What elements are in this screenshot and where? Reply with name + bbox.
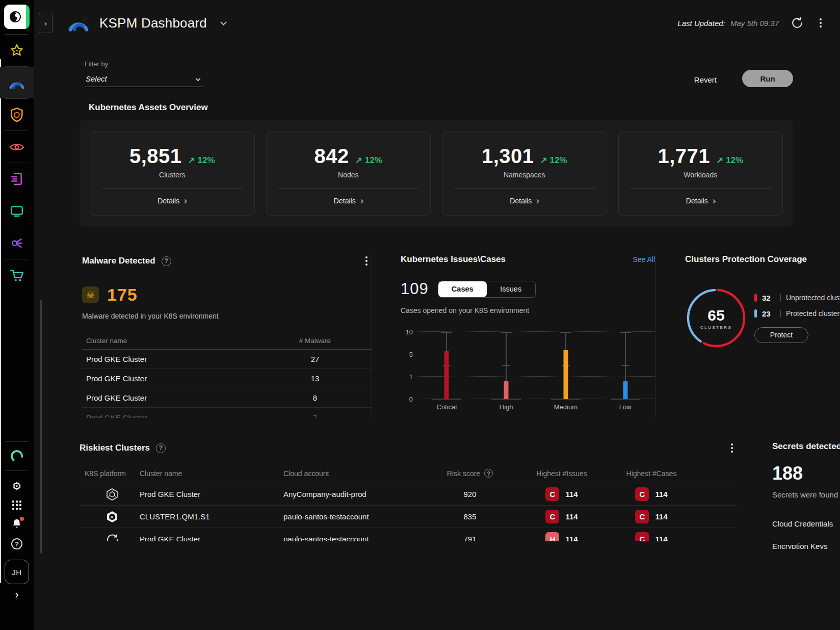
secret-type-row[interactable]: Cloud Credentials bbox=[772, 512, 840, 535]
tab-issues[interactable]: Issues bbox=[487, 281, 535, 297]
secret-type-row[interactable]: Encryption Keys bbox=[772, 535, 840, 549]
kubernetes-platform-icon: K bbox=[106, 510, 119, 523]
riskiest-kebab-menu[interactable] bbox=[727, 441, 737, 455]
help-icon[interactable]: ? bbox=[162, 256, 171, 266]
asset-value: 5,851 bbox=[129, 145, 182, 168]
chevron-right-icon bbox=[359, 199, 363, 203]
column-header-malware-count: # Malware bbox=[277, 337, 353, 345]
chart-y-axis: 01510 bbox=[401, 332, 417, 399]
help-icon[interactable]: ? bbox=[484, 469, 493, 478]
revert-button[interactable]: Revert bbox=[692, 72, 719, 87]
run-button[interactable]: Run bbox=[742, 70, 793, 87]
last-updated-label: Last Updated: bbox=[677, 19, 725, 28]
table-row[interactable]: Prod GKE Cluster 13 bbox=[82, 369, 372, 388]
y-axis-tick-label: 5 bbox=[409, 351, 413, 358]
collapse-sidebar-button[interactable]: › bbox=[39, 13, 52, 33]
sidebar-item-reports[interactable] bbox=[0, 163, 34, 195]
issues-cases-panel: Kubernetes Issues\Cases See All 109 Case… bbox=[386, 254, 655, 418]
scrollbar-thumb[interactable] bbox=[40, 300, 42, 554]
main-content: › KSPM Dashboard Last Updated: May 5th 0… bbox=[34, 0, 840, 630]
asset-delta: ↗ 12% bbox=[540, 155, 567, 166]
filter-select[interactable]: Select bbox=[85, 72, 203, 87]
sidebar-item-visibility[interactable] bbox=[0, 131, 34, 163]
asset-delta: ↗ 12% bbox=[716, 155, 743, 166]
details-link[interactable]: Details bbox=[158, 197, 187, 205]
sidebar-item-help[interactable]: ? bbox=[0, 534, 34, 554]
secrets-title: Secrets detected in Clusters bbox=[772, 441, 840, 451]
malware-title: Malware Detected bbox=[82, 256, 155, 266]
table-row[interactable]: Prod GKE Cluster paulo-santos-testaccoun… bbox=[80, 528, 737, 541]
sidebar-item-connections[interactable] bbox=[0, 227, 34, 259]
sidebar-item-kspm-dashboard[interactable] bbox=[0, 67, 34, 98]
chevron-right-icon bbox=[711, 199, 715, 203]
see-all-link[interactable]: See All bbox=[633, 255, 655, 264]
details-link[interactable]: Details bbox=[334, 197, 363, 205]
sidebar-item-marketplace[interactable] bbox=[0, 259, 34, 291]
sidebar-item-endpoints[interactable] bbox=[0, 195, 34, 227]
whisker-cap bbox=[501, 332, 512, 333]
sidebar-expand-button[interactable]: › bbox=[15, 589, 18, 600]
severity-badge: C bbox=[545, 487, 559, 501]
sidebar-item-integrations[interactable] bbox=[0, 442, 34, 470]
protect-button[interactable]: Protect bbox=[754, 327, 808, 343]
kebab-icon bbox=[731, 443, 733, 445]
page-title: KSPM Dashboard bbox=[99, 15, 207, 31]
filter-bar: Filter by Select Revert Run bbox=[34, 60, 840, 87]
chevron-right-icon bbox=[535, 199, 539, 203]
severity-badge: C bbox=[545, 510, 559, 523]
topbar-kebab-menu[interactable] bbox=[816, 16, 826, 30]
malware-detected-panel: Malware Detected ? ☠ 175 Malware detecte… bbox=[82, 254, 372, 418]
tab-cases[interactable]: Cases bbox=[438, 281, 487, 297]
column-header-account: Cloud account bbox=[283, 469, 427, 478]
risk-score: 835 bbox=[427, 512, 513, 521]
asset-label: Clusters bbox=[159, 171, 185, 179]
table-row[interactable]: Prod GKE Cluster 8 bbox=[82, 388, 372, 408]
malware-subtitle: Malware detected in your K8S environment bbox=[82, 312, 372, 320]
legend-swatch bbox=[754, 294, 757, 302]
details-link[interactable]: Details bbox=[686, 197, 715, 205]
y-axis-tick-label: 10 bbox=[406, 328, 413, 336]
divider bbox=[5, 470, 29, 471]
donut-total-label: CLUSTERS bbox=[700, 325, 732, 330]
malware-kebab-menu[interactable] bbox=[361, 254, 372, 268]
column-header-cluster: Cluster name bbox=[140, 469, 283, 478]
sidebar-item-notifications[interactable] bbox=[0, 515, 34, 534]
eye-icon bbox=[9, 140, 25, 153]
shield-icon bbox=[10, 107, 24, 122]
trend-up-icon: ↗ bbox=[355, 155, 362, 165]
category-label: Critical bbox=[437, 403, 457, 411]
asset-card-clusters: 5,851 ↗ 12% Clusters Details bbox=[90, 131, 255, 216]
table-row[interactable]: K CLUSTER1.QM1.S1 paulo-santos-testaccou… bbox=[80, 506, 737, 528]
sidebar-item-apps[interactable] bbox=[0, 495, 34, 515]
table-row[interactable]: Prod GKE Cluster 27 bbox=[82, 350, 372, 369]
highest-issues: C 114 bbox=[513, 487, 611, 501]
last-updated: Last Updated: May 5th 09:37 bbox=[677, 19, 779, 28]
y-axis-tick-label: 1 bbox=[409, 373, 413, 381]
app-logo[interactable] bbox=[4, 5, 30, 29]
last-updated-value: May 5th 09:37 bbox=[730, 19, 779, 28]
kebab-icon bbox=[365, 256, 368, 258]
table-row[interactable]: Prod GKE Cluster AnyCompany-audit-prod 9… bbox=[80, 483, 737, 506]
logo-icon bbox=[8, 9, 23, 24]
column-header-issues: Highest #Issues bbox=[513, 469, 611, 478]
asset-delta: ↗ 12% bbox=[355, 155, 382, 166]
sidebar-item-protection[interactable] bbox=[0, 99, 34, 130]
asset-card-workloads: 1,771 ↗ 12% Workloads Details bbox=[618, 131, 783, 216]
legend-item-protected: 23 Protected clusters bbox=[754, 309, 840, 318]
filter-by-label: Filter by bbox=[85, 60, 203, 68]
y-axis-tick-label: 0 bbox=[409, 396, 413, 403]
sidebar-item-favorites[interactable] bbox=[0, 35, 34, 66]
secrets-breakdown: Cloud Credentials Encryption Keys bbox=[772, 512, 840, 549]
column-header-cluster-name: Cluster name bbox=[86, 337, 277, 345]
chevron-down-icon[interactable] bbox=[220, 19, 227, 25]
details-link[interactable]: Details bbox=[510, 197, 539, 205]
sidebar-item-settings[interactable]: ⚙ bbox=[0, 476, 34, 495]
avatar[interactable]: JH bbox=[5, 560, 29, 584]
table-row[interactable]: Prod GKE Cluster 7 bbox=[82, 408, 372, 418]
vertical-divider bbox=[655, 254, 655, 418]
kebab-icon bbox=[820, 18, 822, 20]
help-icon[interactable]: ? bbox=[156, 443, 166, 453]
refresh-button[interactable] bbox=[790, 16, 804, 30]
vertical-divider bbox=[372, 254, 372, 418]
cases-issues-toggle: Cases Issues bbox=[438, 281, 536, 298]
